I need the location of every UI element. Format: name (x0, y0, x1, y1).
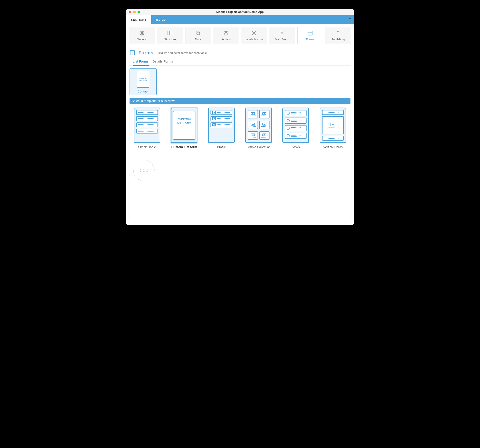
template-simple-collection[interactable]: Simple Collection (243, 108, 274, 149)
zoom-icon[interactable] (138, 11, 140, 13)
template-label: Tasks (292, 145, 300, 149)
table-card-label: Contact (138, 90, 148, 93)
section-data[interactable]: Data (185, 27, 211, 44)
svg-point-0 (141, 32, 143, 34)
subtab-list-forms[interactable]: List Forms (133, 57, 149, 65)
template-thumbnail (282, 108, 309, 143)
app-window: Mobile Project: Contact Demo App SECTION… (126, 9, 354, 225)
template-thumbnail (245, 108, 272, 143)
more-templates-button[interactable] (133, 160, 155, 181)
template-thumbnail (134, 108, 160, 143)
section-label: Data (195, 38, 201, 41)
table-card-thumbnail: CUSTOM LIST FORM (137, 71, 149, 88)
section-label: Actions (221, 38, 231, 41)
page-subtitle: Build list and detail forms for each tab… (156, 51, 207, 55)
grid-icon (251, 30, 257, 36)
thumb-line1: CUSTOM (140, 78, 147, 79)
data-icon (195, 30, 201, 36)
section-structure[interactable]: Structure (157, 27, 183, 44)
menu-icon (279, 30, 285, 36)
subtab-details-forms[interactable]: Details Forms (153, 57, 173, 65)
page-title: Forms (138, 50, 153, 56)
section-label: Forms (306, 38, 314, 41)
section-label: Structure (164, 38, 176, 41)
template-custom-list-form[interactable]: CUSTOM LIST FORM Custom List form (169, 108, 200, 149)
template-simple-table[interactable]: Simple Table (132, 108, 162, 149)
section-publishing[interactable]: Publishing (325, 27, 351, 44)
upload-button[interactable] (348, 15, 352, 24)
tab-build[interactable]: BUILD (151, 15, 170, 24)
thumb-line2: LIST FORM (140, 80, 147, 81)
thumb-line2: LIST FORM (177, 121, 191, 124)
section-label: Main Menu (275, 38, 289, 41)
template-label: Simple Collection (247, 145, 271, 149)
dot-icon (140, 169, 142, 172)
forms-icon (130, 50, 135, 56)
dot-icon (143, 169, 145, 172)
svg-rect-7 (130, 50, 135, 55)
template-tasks[interactable]: Tasks (280, 108, 311, 149)
form-subtabs: List Forms Details Forms (129, 57, 351, 66)
sections-toolbar: General Structure Data Actions Labels & … (126, 24, 354, 47)
window-titlebar: Mobile Project: Contact Demo App (126, 9, 354, 15)
template-thumbnail (208, 108, 235, 143)
section-forms[interactable]: Forms (297, 27, 323, 44)
svg-rect-6 (308, 31, 312, 35)
thumb-line1: CUSTOM (178, 118, 191, 121)
template-thumbnail (320, 108, 346, 143)
template-profile[interactable]: Profile (206, 108, 237, 149)
window-title: Mobile Project: Contact Demo App (126, 10, 354, 14)
publish-icon (335, 30, 341, 36)
main-tabs: SECTIONS BUILD (126, 15, 354, 24)
section-label: Publishing (331, 38, 345, 41)
footer-spacer (126, 223, 354, 225)
window-controls (129, 11, 140, 13)
minimize-icon[interactable] (133, 11, 136, 13)
template-header: Select a template for a list view (130, 98, 350, 104)
section-label: Labels & Icons (244, 38, 263, 41)
tables-row: CUSTOM LIST FORM Contact (126, 66, 354, 98)
section-actions[interactable]: Actions (213, 27, 239, 44)
forms-icon (307, 30, 313, 36)
section-labels[interactable]: Labels & Icons (241, 27, 267, 44)
section-label: General (137, 38, 147, 41)
template-grid: Simple Table CUSTOM LIST FORM Custom Lis… (130, 104, 350, 219)
tap-icon (223, 30, 229, 36)
template-vertical-cards[interactable]: Vertical Cards (318, 108, 348, 149)
section-main-menu[interactable]: Main Menu (269, 27, 295, 44)
template-label: Vertical Cards (323, 145, 343, 149)
template-label: Custom List form (171, 145, 197, 149)
section-general[interactable]: General (129, 27, 155, 44)
svg-point-3 (196, 31, 199, 34)
template-label: Profile (217, 145, 226, 149)
template-thumbnail: CUSTOM LIST FORM (171, 108, 198, 143)
structure-icon (167, 30, 173, 36)
close-icon[interactable] (129, 11, 131, 13)
dot-icon (146, 169, 148, 172)
tab-sections[interactable]: SECTIONS (126, 15, 151, 24)
gear-icon (139, 30, 145, 36)
template-label: Simple Table (138, 145, 156, 149)
page-header: Forms Build list and detail forms for ea… (126, 47, 354, 57)
table-card-contact[interactable]: CUSTOM LIST FORM Contact (130, 68, 157, 95)
